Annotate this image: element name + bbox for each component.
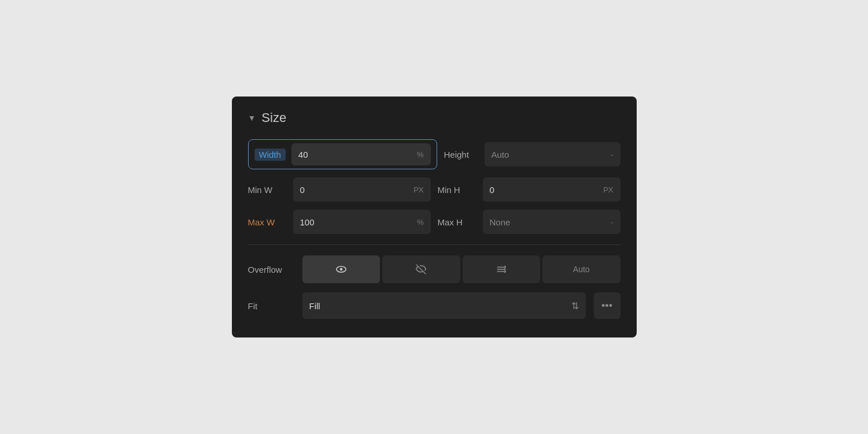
min-w-unit: PX [413,186,423,194]
max-w-input[interactable]: 100 % [293,210,431,234]
overflow-row: Overflow [248,255,620,283]
panel-header: ▼ Size [248,110,620,125]
min-h-value: 0 [490,185,494,195]
overflow-hidden-button[interactable] [382,255,460,283]
width-value: 40 [298,150,308,159]
min-h-input[interactable]: 0 PX [483,177,620,202]
max-h-dash: - [611,217,614,227]
more-options-button[interactable]: ••• [594,292,620,319]
width-height-row: Width 40 % Height Auto - [248,139,620,169]
overflow-auto-label: Auto [573,265,590,274]
eye-slash-icon [415,263,427,276]
height-label: Height [444,150,479,159]
max-h-value: None [490,217,511,227]
fit-value: Fill [309,301,320,311]
height-value: Auto [492,150,509,159]
width-group[interactable]: Width 40 % [248,139,437,169]
min-w-value: 0 [300,185,305,195]
min-h-label: Min H [438,185,477,195]
overflow-auto-button[interactable]: Auto [542,255,620,283]
min-h-group: Min H 0 PX [438,177,620,202]
divider [248,244,620,245]
height-input[interactable]: Auto - [485,142,620,166]
more-icon: ••• [601,300,612,312]
fit-select[interactable]: Fill ⇅ [302,292,586,319]
fit-label: Fit [248,301,294,311]
max-w-label: Max W [248,217,287,227]
min-w-label: Min W [248,185,287,195]
svg-point-1 [339,268,342,271]
panel-title: Size [261,110,286,125]
max-w-group: Max W 100 % [248,210,431,234]
fit-row: Fit Fill ⇅ ••• [248,292,620,319]
min-h-unit: PX [603,186,613,194]
collapse-icon[interactable]: ▼ [248,113,256,123]
max-h-label: Max H [438,217,477,227]
max-h-group: Max H None - [438,210,620,234]
max-row: Max W 100 % Max H None - [248,210,620,234]
max-w-value: 100 [300,217,315,227]
max-h-input[interactable]: None - [483,210,620,234]
height-dash: - [611,150,614,159]
overflow-scroll-button[interactable] [463,255,541,283]
overflow-buttons: Auto [302,255,620,283]
size-panel: ▼ Size Width 40 % Height Auto - Min W 0 [232,97,637,337]
min-w-input[interactable]: 0 PX [293,177,431,202]
min-row: Min W 0 PX Min H 0 PX [248,177,620,202]
width-label: Width [254,149,286,161]
width-unit: % [417,150,424,159]
overflow-visible-button[interactable] [302,255,381,283]
overflow-label: Overflow [248,265,294,275]
min-w-group: Min W 0 PX [248,177,431,202]
height-group: Height Auto - [444,142,620,166]
scroll-icon [495,263,508,276]
eye-icon [335,263,348,276]
max-w-unit: % [417,218,424,227]
width-input[interactable]: 40 % [291,143,431,165]
fit-arrows-icon: ⇅ [571,301,579,311]
